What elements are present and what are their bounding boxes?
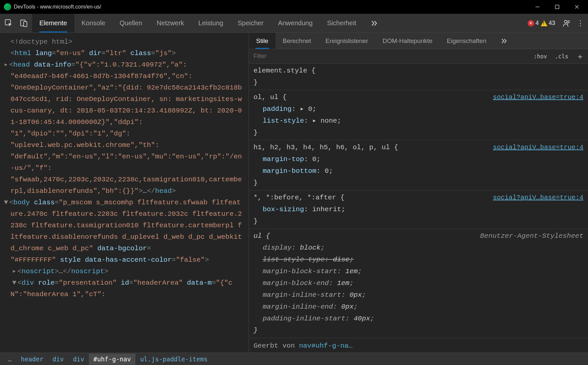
tab-quellen[interactable]: Quellen [112,14,150,32]
more-menu-icon[interactable]: ⋮ [575,18,586,29]
inherited-from-row: Geerbt von nav#uhf-g-na… [249,338,588,353]
styles-filter-row: :hov .cls ＋ [249,49,588,64]
ua-stylesheet-rule[interactable]: Benutzer-Agent-Stylesheet ul { display: … [249,229,588,338]
main-tabs: Elemente Konsole Quellen Netzwerk Leistu… [32,14,385,32]
warning-count[interactable]: 43 [541,20,555,27]
tab-speicher[interactable]: Speicher [231,14,271,32]
warning-icon [541,20,547,26]
css-rule[interactable]: social?apiV…base=true:4 h1, h2, h3, h4, … [249,140,588,191]
subtab-dom-haltepunkte[interactable]: DOM-Haltepunkte [375,33,440,49]
app-icon [4,3,11,10]
minimize-button[interactable] [528,0,547,14]
tab-elemente[interactable]: Elemente [32,14,74,32]
maximize-button[interactable] [547,0,567,14]
subtab-stile[interactable]: Stile [249,33,275,49]
styles-panel: Stile Berechnet Ereignislistener DOM-Hal… [249,33,588,353]
window-title: DevTools - www.microsoft.com/en-us/ [14,4,101,10]
cls-toggle[interactable]: .cls [551,53,572,60]
crumb-item-selected[interactable]: #uhf-g-nav [89,354,135,365]
error-count[interactable]: ✕4 [528,20,539,27]
close-button[interactable] [567,0,587,14]
window-titlebar: DevTools - www.microsoft.com/en-us/ [0,0,588,14]
hov-toggle[interactable]: :hov [530,53,551,60]
issue-badges[interactable]: ✕4 43 [528,20,558,27]
element-style-rule[interactable]: element.style { } [249,64,588,90]
subtab-overflow[interactable] [494,33,515,49]
css-rule[interactable]: social?apiV…base=true:4 *, *:before, *:a… [249,191,588,229]
chevron-double-right-icon [371,20,378,27]
styles-sub-tabs: Stile Berechnet Ereignislistener DOM-Hal… [249,33,588,49]
svg-rect-6 [24,22,27,27]
source-link[interactable]: social?apiV…base=true:4 [493,91,583,103]
crumb-item[interactable]: ul.js-paddle-items [135,354,212,365]
crumb-item[interactable]: div [68,354,89,365]
subtab-ereignislistener[interactable]: Ereignislistener [318,33,375,49]
error-icon: ✕ [528,20,534,27]
elements-panel: <!doctype html> <html lang="en-us" dir="… [0,33,249,353]
svg-rect-1 [556,5,559,9]
ua-label: Benutzer-Agent-Stylesheet [480,230,583,242]
crumb-item[interactable]: header [16,354,48,365]
styles-filter-input[interactable] [249,53,530,60]
dom-breadcrumb: … header div div #uhf-g-nav ul.js-paddle… [0,353,588,365]
tab-netzwerk[interactable]: Netzwerk [150,14,191,32]
subtab-berechnet[interactable]: Berechnet [275,33,318,49]
window-controls [528,0,587,14]
tab-konsole[interactable]: Konsole [74,14,112,32]
tab-overflow[interactable] [363,14,385,32]
svg-point-7 [564,20,567,23]
chevron-double-right-icon [501,38,507,44]
inherited-from-link[interactable]: nav#uhf-g-na… [299,342,353,350]
device-toolbar-icon[interactable] [17,16,31,30]
css-rule[interactable]: social?apiV…base=true:4 ol, ul { padding… [249,90,588,140]
source-link[interactable]: social?apiV…base=true:4 [493,192,583,204]
styles-rules-list[interactable]: element.style { } social?apiV…base=true:… [249,64,588,353]
tab-anwendung[interactable]: Anwendung [271,14,320,32]
source-link[interactable]: social?apiV…base=true:4 [493,142,583,153]
main-toolbar: Elemente Konsole Quellen Netzwerk Leistu… [0,14,588,33]
crumb-item[interactable]: div [48,354,68,365]
crumb-overflow[interactable]: … [3,354,16,365]
dom-tree[interactable]: <!doctype html> <html lang="en-us" dir="… [0,33,249,353]
subtab-eigenschaften[interactable]: Eigenschaften [440,33,494,49]
new-style-rule-button[interactable]: ＋ [572,51,588,62]
feedback-icon[interactable] [561,18,572,29]
tab-sicherheit[interactable]: Sicherheit [320,14,363,32]
tab-leistung[interactable]: Leistung [191,14,231,32]
inspect-element-icon[interactable] [2,16,16,30]
